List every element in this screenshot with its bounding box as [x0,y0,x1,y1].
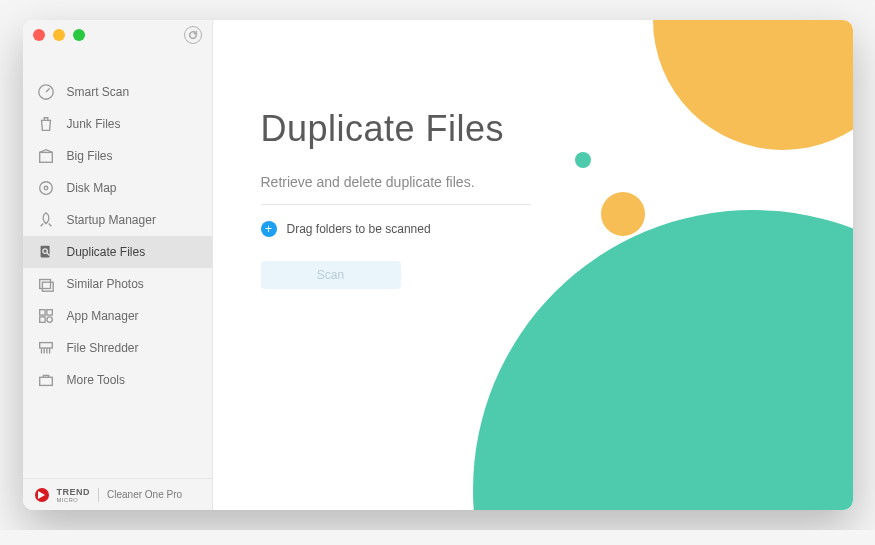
sidebar-item-similar-photos[interactable]: Similar Photos [23,268,212,300]
sidebar-item-junk-files[interactable]: Junk Files [23,108,212,140]
svg-point-2 [39,182,52,195]
decoration-circle [575,152,591,168]
brand-primary: TREND [57,487,91,497]
svg-point-11 [46,317,51,322]
window-controls [33,29,85,41]
sidebar-item-big-files[interactable]: Big Files [23,140,212,172]
drop-zone[interactable]: + Drag folders to be scanned [261,221,573,237]
titlebar [23,20,212,50]
apps-icon [37,307,55,325]
product-name: Cleaner One Pro [107,489,182,500]
sidebar-item-label: More Tools [67,373,125,387]
toolbox-icon [37,371,55,389]
refresh-icon[interactable] [184,26,202,44]
app-window: Smart Scan Junk Files Big Files Disk Map… [23,20,853,510]
rocket-icon [37,211,55,229]
svg-rect-1 [39,152,52,162]
divider [261,204,531,205]
sidebar-item-label: Junk Files [67,117,121,131]
photos-icon [37,275,55,293]
minimize-window-button[interactable] [53,29,65,41]
decoration-circle [653,20,853,150]
search-file-icon [37,243,55,261]
close-window-button[interactable] [33,29,45,41]
sidebar-item-label: Big Files [67,149,113,163]
page-title: Duplicate Files [261,108,573,150]
sidebar-item-more-tools[interactable]: More Tools [23,364,212,396]
divider [98,488,99,502]
sidebar-item-startup-manager[interactable]: Startup Manager [23,204,212,236]
sidebar-item-label: File Shredder [67,341,139,355]
sidebar-item-label: App Manager [67,309,139,323]
brand-text: TREND MICRO [57,487,91,503]
drop-hint: Drag folders to be scanned [287,222,431,236]
trash-icon [37,115,55,133]
decoration-circle [601,192,645,236]
sidebar-item-label: Disk Map [67,181,117,195]
main-panel: Duplicate Files Retrieve and delete dupl… [213,20,853,510]
svg-rect-8 [39,310,44,315]
sidebar-item-smart-scan[interactable]: Smart Scan [23,76,212,108]
nav: Smart Scan Junk Files Big Files Disk Map… [23,76,212,478]
sidebar-item-label: Startup Manager [67,213,156,227]
brand-logo-icon [35,488,49,502]
scan-button[interactable]: Scan [261,261,401,289]
content: Duplicate Files Retrieve and delete dupl… [213,20,573,289]
brand-sub: MICRO [57,497,91,503]
svg-point-3 [44,186,48,190]
svg-rect-10 [39,317,44,322]
sidebar-footer: TREND MICRO Cleaner One Pro [23,478,212,510]
sidebar-item-duplicate-files[interactable]: Duplicate Files [23,236,212,268]
sidebar-item-label: Similar Photos [67,277,144,291]
disk-icon [37,179,55,197]
shredder-icon [37,339,55,357]
zoom-window-button[interactable] [73,29,85,41]
page-subtitle: Retrieve and delete duplicate files. [261,174,573,190]
svg-rect-13 [39,377,52,385]
gauge-icon [37,83,55,101]
svg-rect-6 [39,280,50,289]
svg-rect-12 [39,343,52,348]
sidebar-item-disk-map[interactable]: Disk Map [23,172,212,204]
svg-rect-4 [40,246,49,258]
sidebar: Smart Scan Junk Files Big Files Disk Map… [23,20,213,510]
add-icon: + [261,221,277,237]
sidebar-item-label: Duplicate Files [67,245,146,259]
sidebar-item-app-manager[interactable]: App Manager [23,300,212,332]
box-icon [37,147,55,165]
svg-rect-7 [42,282,53,291]
sidebar-item-label: Smart Scan [67,85,130,99]
svg-rect-9 [46,310,51,315]
sidebar-item-file-shredder[interactable]: File Shredder [23,332,212,364]
